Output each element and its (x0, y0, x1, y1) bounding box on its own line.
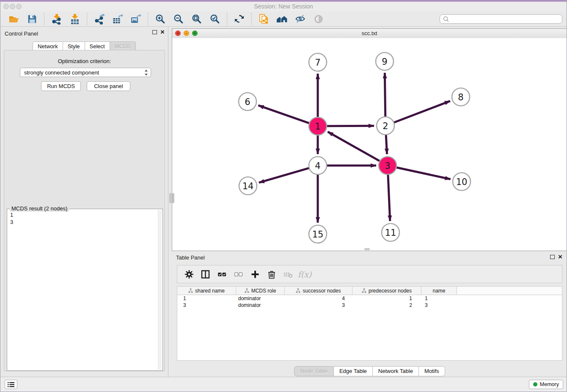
import-network-icon[interactable] (51, 13, 62, 25)
open-session-icon[interactable] (8, 13, 19, 25)
table-tab-node-table[interactable]: Node Table (294, 366, 334, 376)
select-all-columns-icon[interactable] (215, 268, 230, 281)
float-table-panel-icon[interactable] (550, 255, 555, 259)
network-close-button[interactable]: × (175, 30, 181, 36)
close-table-panel-icon[interactable]: × (558, 254, 562, 260)
graph-node-15[interactable]: 15 (309, 225, 327, 243)
svg-text:10: 10 (456, 177, 468, 187)
table-cell[interactable]: 1 (421, 295, 457, 301)
float-panel-icon[interactable] (152, 30, 157, 34)
home-icon[interactable] (276, 13, 288, 25)
zoom-out-icon[interactable] (173, 13, 184, 25)
graph-node-9[interactable]: 9 (376, 52, 394, 70)
memory-status-dot (533, 382, 537, 386)
close-panel-icon[interactable]: × (160, 29, 165, 35)
network-canvas[interactable]: 7968124314101511 (172, 38, 567, 251)
graph-node-8[interactable]: 8 (452, 88, 470, 106)
table-row[interactable]: 3dominator323 (177, 302, 562, 309)
toolbar-separator (44, 13, 44, 25)
table-tab-edge-table[interactable]: Edge Table (334, 366, 373, 376)
graph-edge-1-2[interactable] (327, 126, 374, 126)
show-columns-icon[interactable] (198, 268, 213, 281)
window-title: Session: New Session (0, 3, 567, 10)
svg-text:15: 15 (312, 229, 324, 240)
memory-label: Memory (540, 381, 559, 387)
table-toolbar: f(x) (177, 265, 562, 283)
export-table-icon[interactable] (112, 13, 123, 25)
table-settings-icon[interactable] (182, 268, 197, 281)
criterion-select[interactable]: strongly connected component (20, 68, 151, 77)
network-vertical-scrollbar[interactable] (172, 193, 174, 203)
unselect-all-columns-icon[interactable] (231, 268, 246, 281)
graph-node-7[interactable]: 7 (309, 53, 327, 71)
panel-splitter[interactable] (169, 193, 171, 203)
network-graph: 7968124314101511 (172, 38, 567, 251)
table-cell[interactable]: 1 (352, 295, 421, 301)
graph-edge-2-8[interactable] (394, 101, 450, 123)
table-cell[interactable]: 2 (352, 302, 421, 308)
table-cell[interactable]: 3 (177, 302, 236, 308)
graph-node-2[interactable]: 2 (377, 117, 394, 135)
zoom-fit-icon[interactable] (191, 13, 202, 25)
column-header-predecessor-nodes[interactable]: predecessor nodes (352, 287, 421, 295)
svg-text:4: 4 (315, 161, 320, 171)
mcds-panel: Optimization criterion: strongly connect… (4, 50, 165, 371)
graph-edge-2-3[interactable] (386, 135, 387, 154)
export-network-icon[interactable] (94, 13, 105, 25)
table-cell[interactable]: 4 (285, 295, 352, 301)
column-header-name[interactable]: name (421, 287, 457, 295)
graph-node-4[interactable]: 4 (309, 157, 327, 174)
add-column-icon[interactable] (248, 268, 263, 281)
close-panel-button[interactable]: Close panel (87, 81, 130, 91)
table-cell[interactable]: 1 (177, 295, 236, 301)
graph-edge-4-14[interactable] (259, 168, 309, 183)
graph-edge-3-10[interactable] (396, 167, 451, 179)
network-horizontal-scrollbar[interactable] (364, 248, 370, 250)
network-minimize-button[interactable]: − (184, 30, 189, 36)
graph-node-6[interactable]: 6 (239, 93, 256, 110)
import-table-icon[interactable] (69, 13, 80, 25)
hierarchy-icon (245, 288, 249, 293)
graph-edge-3-1[interactable] (328, 132, 380, 161)
export-image-icon[interactable] (130, 13, 141, 25)
run-mcds-button[interactable]: Run MCDS (41, 81, 81, 91)
zoom-in-icon[interactable] (154, 13, 166, 25)
zoom-selected-icon[interactable] (209, 13, 220, 25)
hide-graphics-details-icon[interactable] (295, 13, 306, 25)
mcds-result-text[interactable]: 1 3 (8, 210, 158, 370)
level-of-detail-icon (313, 13, 324, 25)
search-input[interactable] (449, 16, 559, 22)
table-cell[interactable]: 3 (421, 302, 457, 308)
task-history-button[interactable] (5, 380, 17, 389)
table-tab-motifs[interactable]: Motifs (419, 366, 445, 376)
titlebar: Session: New Session (0, 0, 567, 12)
graph-edge-2-9[interactable] (385, 73, 385, 117)
table-cell[interactable]: 3 (285, 302, 352, 308)
table-cell[interactable]: dominator (236, 302, 285, 308)
column-header-successor-nodes[interactable]: successor nodes (285, 287, 352, 295)
table-tab-network-table[interactable]: Network Table (373, 366, 419, 376)
column-header-MCDS-role[interactable]: MCDS role (236, 287, 285, 295)
graph-node-1[interactable]: 1 (309, 117, 327, 135)
graph-edge-1-6[interactable] (258, 105, 309, 123)
graph-node-10[interactable]: 10 (453, 173, 471, 190)
graph-node-11[interactable]: 11 (382, 224, 399, 241)
toolbar-separator (251, 13, 252, 25)
refresh-layout-icon[interactable] (234, 13, 245, 25)
table-row[interactable]: 1dominator411 (177, 295, 562, 302)
network-from-file-icon[interactable] (258, 13, 270, 25)
toolbar-separator (148, 13, 148, 25)
network-maximize-button[interactable]: + (192, 30, 198, 36)
table-cell[interactable]: dominator (236, 295, 285, 301)
search-box[interactable] (440, 14, 562, 24)
result-scrollbar[interactable] (158, 210, 162, 370)
hierarchy-icon (188, 288, 193, 293)
mcds-result-group: MCDS result (2 nodes) 1 3 (7, 209, 163, 371)
graph-edge-3-11[interactable] (388, 174, 390, 221)
column-header-shared-name[interactable]: shared name (177, 287, 236, 295)
memory-button[interactable]: Memory (529, 380, 563, 389)
delete-column-icon[interactable] (264, 268, 279, 281)
save-session-icon[interactable] (26, 13, 38, 25)
graph-node-3[interactable]: 3 (379, 157, 396, 174)
graph-node-14[interactable]: 14 (239, 177, 257, 195)
